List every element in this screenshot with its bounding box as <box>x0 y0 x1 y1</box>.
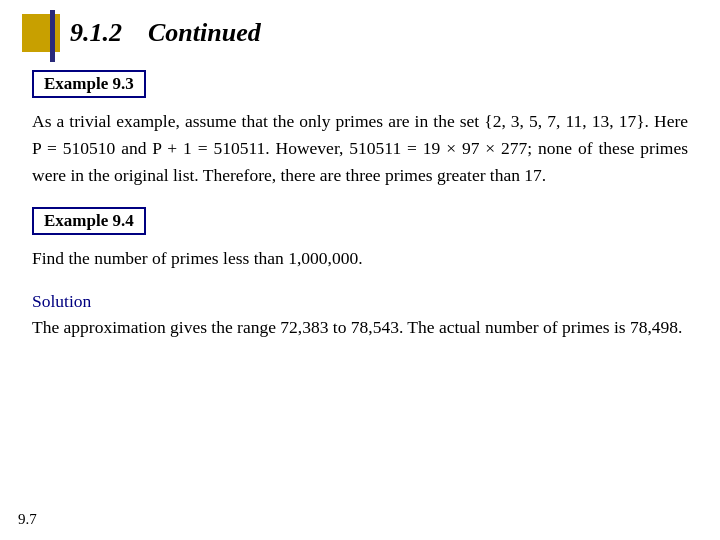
footer-page-number: 9.7 <box>18 511 37 528</box>
header: 9.1.2 Continued <box>32 18 688 48</box>
section-number: 9.1.2 <box>70 18 122 47</box>
example-9-4-label: Example 9.4 <box>32 207 146 235</box>
example-9-4-intro: Find the number of primes less than 1,00… <box>32 245 688 272</box>
section-title: Continued <box>148 18 261 47</box>
header-vertical-bar <box>50 10 55 62</box>
page-title: 9.1.2 Continued <box>70 18 261 48</box>
example-9-3-text: As a trivial example, assume that the on… <box>32 108 688 189</box>
example-9-3-label: Example 9.3 <box>32 70 146 98</box>
solution-text: The approximation gives the range 72,383… <box>32 314 688 341</box>
solution-label: Solution <box>32 291 688 312</box>
page-container: 9.1.2 Continued Example 9.3 As a trivial… <box>0 0 720 540</box>
